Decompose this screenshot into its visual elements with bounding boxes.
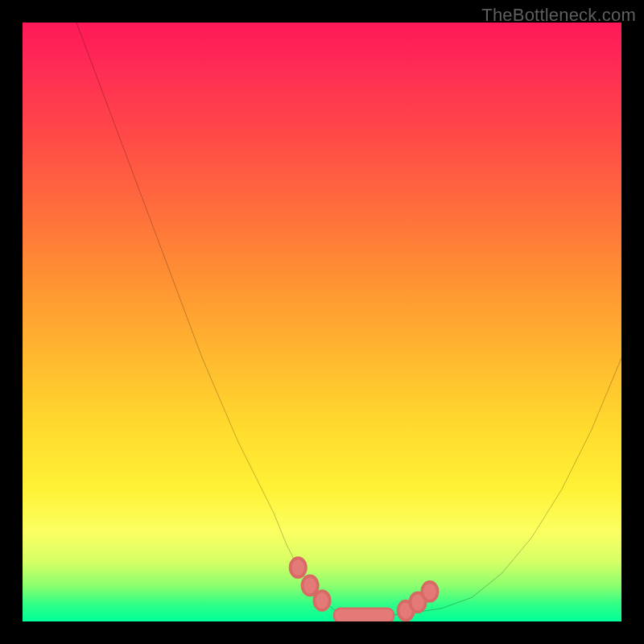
chart-plot-area [23,23,621,621]
watermark-text: TheBottleneck.com [481,5,636,26]
bottleneck-curve-path [76,23,621,616]
curve-flat-bar [334,609,394,621]
curve-marker [291,558,306,577]
bottleneck-curve-svg [23,23,621,621]
chart-frame: TheBottleneck.com [0,0,644,644]
curve-marker [314,591,329,610]
curve-marker [302,576,317,595]
curve-endpoint-markers [291,558,438,621]
curve-marker [422,582,437,601]
